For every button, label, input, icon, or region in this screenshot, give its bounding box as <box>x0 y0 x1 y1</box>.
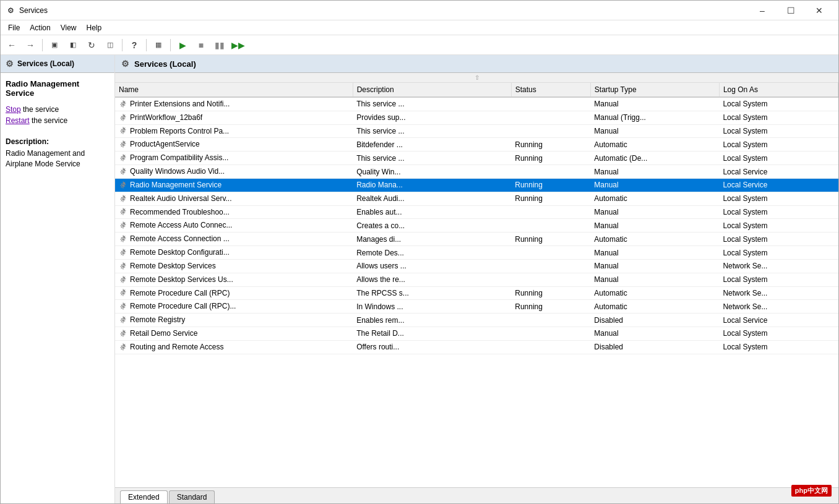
table-row[interactable]: Remote RegistryEnables rem...DisabledLoc… <box>115 314 838 327</box>
service-status <box>511 124 590 138</box>
service-logon: Network Se... <box>719 300 838 314</box>
properties-button[interactable]: ▦ <box>150 38 167 53</box>
table-row[interactable]: Remote Procedure Call (RPC)...In Windows… <box>115 300 838 314</box>
service-description: Offers routi... <box>353 340 511 354</box>
table-row[interactable]: Remote Desktop Configurati...Remote Des.… <box>115 246 838 260</box>
toolbar: ← → ▣ ◧ ↻ ◫ ? ▦ ▶ ■ ▮▮ ▶▶ <box>1 35 838 55</box>
table-row[interactable]: Routing and Remote AccessOffers routi...… <box>115 340 838 354</box>
forward-button[interactable]: → <box>22 38 39 53</box>
app-icon: ⚙ <box>6 6 15 15</box>
service-status <box>511 340 590 354</box>
service-description: Allows users ... <box>353 259 511 273</box>
service-status: Running <box>511 233 590 246</box>
table-row[interactable]: Remote Procedure Call (RPC)The RPCSS s..… <box>115 286 838 300</box>
table-row[interactable]: ProductAgentServiceBitdefender ...Runnin… <box>115 138 838 152</box>
stop-button[interactable]: ■ <box>192 38 210 53</box>
table-row[interactable]: Remote Access Auto Connec...Creates a co… <box>115 219 838 233</box>
service-description: Allows the re... <box>353 273 511 286</box>
service-name: Retail Demo Service <box>130 329 197 338</box>
service-logon: Local System <box>719 233 838 246</box>
service-name: Remote Procedure Call (RPC) <box>130 289 230 297</box>
maximize-button[interactable]: ☐ <box>777 1 805 20</box>
service-description: Realtek Audi... <box>353 192 511 205</box>
resume-button[interactable]: ▶▶ <box>230 38 247 53</box>
service-description: Radio Mana... <box>353 178 511 192</box>
service-status <box>511 314 590 327</box>
service-description: This service ... <box>353 124 511 138</box>
toolbar-separator-4 <box>170 39 171 51</box>
service-status <box>511 111 590 124</box>
service-logon: Network Se... <box>719 259 838 273</box>
service-startup-type: Manual <box>590 327 719 341</box>
menu-file[interactable]: File <box>3 22 25 33</box>
restart-link[interactable]: Restart <box>6 116 30 125</box>
table-row[interactable]: Program Compatibility Assis...This servi… <box>115 152 838 165</box>
service-name: Problem Reports Control Pa... <box>130 127 229 135</box>
service-logon: Local System <box>719 124 838 138</box>
table-row[interactable]: Recommended Troubleshoo...Enables aut...… <box>115 205 838 219</box>
table-row[interactable]: Realtek Audio Universal Serv...Realtek A… <box>115 192 838 205</box>
table-row[interactable]: Printer Extensions and Notifi...This ser… <box>115 97 838 111</box>
col-header-logon[interactable]: Log On As <box>719 83 838 97</box>
service-description: Enables aut... <box>353 205 511 219</box>
service-status: Running <box>511 152 590 165</box>
table-row[interactable]: Radio Management ServiceRadio Mana...Run… <box>115 178 838 192</box>
service-logon: Local Service <box>719 165 838 179</box>
stop-link[interactable]: Stop <box>6 105 21 114</box>
service-startup-type: Manual <box>590 165 719 179</box>
service-description: The Retail D... <box>353 327 511 341</box>
table-row[interactable]: PrintWorkflow_12ba6fProvides sup...Manua… <box>115 111 838 124</box>
service-status <box>511 327 590 341</box>
bottom-tabs: Extended Standard <box>115 487 838 503</box>
services-table-container[interactable]: Name Description Status Startup Type Log… <box>115 83 838 487</box>
service-logon: Local System <box>719 205 838 219</box>
service-startup-type: Automatic <box>590 192 719 205</box>
back-button[interactable]: ← <box>3 38 20 53</box>
service-name: Remote Desktop Services Us... <box>130 275 233 284</box>
refresh-button[interactable]: ↻ <box>83 38 100 53</box>
tab-extended[interactable]: Extended <box>120 490 168 503</box>
services-table: Name Description Status Startup Type Log… <box>115 83 838 354</box>
table-row[interactable]: Remote Desktop ServicesAllows users ...M… <box>115 259 838 273</box>
minimize-button[interactable]: – <box>748 1 777 20</box>
help-button[interactable]: ? <box>126 38 143 53</box>
menu-action[interactable]: Action <box>25 22 55 33</box>
table-row[interactable]: Quality Windows Audio Vid...Quality Win.… <box>115 165 838 179</box>
service-startup-type: Automatic <box>590 233 719 246</box>
table-row[interactable]: Problem Reports Control Pa...This servic… <box>115 124 838 138</box>
export-button[interactable]: ◫ <box>101 38 119 53</box>
selected-service-name: Radio Management Service <box>6 79 110 98</box>
service-name: Realtek Audio Universal Serv... <box>130 194 232 203</box>
col-header-status[interactable]: Status <box>511 83 590 97</box>
console-button[interactable]: ▣ <box>46 38 63 53</box>
menu-help[interactable]: Help <box>82 22 107 33</box>
tab-standard[interactable]: Standard <box>169 490 215 503</box>
service-status: Running <box>511 300 590 314</box>
service-startup-type: Manual <box>590 259 719 273</box>
description-section: Description: Radio Management and Airpla… <box>6 137 110 169</box>
col-header-startup[interactable]: Startup Type <box>590 83 719 97</box>
service-description: In Windows ... <box>353 300 511 314</box>
menu-view[interactable]: View <box>56 22 82 33</box>
service-name: Remote Access Connection ... <box>130 234 230 243</box>
service-name: Remote Desktop Services <box>130 262 216 270</box>
col-header-name[interactable]: Name <box>115 83 353 97</box>
service-status <box>511 97 590 111</box>
service-logon: Local System <box>719 192 838 205</box>
table-row[interactable]: Remote Desktop Services Us...Allows the … <box>115 273 838 286</box>
service-status: Running <box>511 178 590 192</box>
service-status <box>511 273 590 286</box>
table-row[interactable]: Remote Access Connection ...Manages di..… <box>115 233 838 246</box>
service-logon: Local System <box>719 273 838 286</box>
title-bar: ⚙ Services – ☐ ✕ <box>1 1 838 20</box>
col-header-description[interactable]: Description <box>353 83 511 97</box>
pause-button[interactable]: ▮▮ <box>211 38 228 53</box>
table-row[interactable]: Retail Demo ServiceThe Retail D...Manual… <box>115 327 838 341</box>
service-startup-type: Manual <box>590 97 719 111</box>
scope-button[interactable]: ◧ <box>64 38 82 53</box>
service-name: ProductAgentService <box>130 140 200 148</box>
watermark: php中文网 <box>791 485 832 497</box>
service-status <box>511 246 590 260</box>
close-button[interactable]: ✕ <box>805 1 833 20</box>
play-button[interactable]: ▶ <box>174 38 191 53</box>
